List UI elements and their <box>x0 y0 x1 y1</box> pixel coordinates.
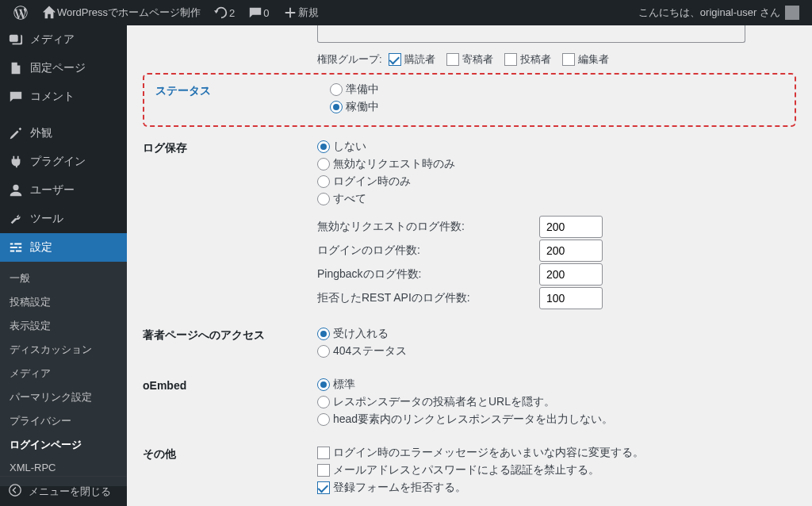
radio-icon <box>317 158 330 171</box>
roles-label: 権限グループ: <box>317 52 382 67</box>
submenu-login-page[interactable]: ログインページ <box>0 433 127 457</box>
oembed-nohead[interactable]: head要素内のリンクとレスポンスデータを出力しない。 <box>317 412 796 427</box>
input-invalid-count[interactable] <box>539 216 603 238</box>
admin-sidebar: メディア 固定ページ コメント 外観 プラグイン ユーザー ツール 設定 一般 … <box>0 25 127 506</box>
admin-bar-left: WordPressでホームページ制作 2 0 新規 <box>6 0 325 25</box>
sidebar-item-pages[interactable]: 固定ページ <box>0 54 127 82</box>
logsave-row: ログ保存 しない 無効なリクエスト時のみ ログイン時のみ すべて 無効なリクエス… <box>143 132 796 319</box>
wrench-icon <box>8 211 24 227</box>
wordpress-icon <box>13 5 29 21</box>
other-reject-register[interactable]: 登録フォームを拒否する。 <box>317 481 796 495</box>
oembed-label: oEmbed <box>143 378 317 392</box>
role-subscriber[interactable]: 購読者 <box>389 52 435 67</box>
oembed-standard[interactable]: 標準 <box>317 378 796 392</box>
role-author[interactable]: 投稿者 <box>504 52 551 67</box>
input-restapi-count[interactable] <box>539 287 603 309</box>
comment-icon <box>247 5 263 21</box>
logfield-restapi: 拒否したREST APIのログ件数: <box>317 287 796 309</box>
sidebar-label: 外観 <box>30 126 52 140</box>
author-404[interactable]: 404ステータス <box>317 344 796 358</box>
sidebar-item-users[interactable]: ユーザー <box>0 176 127 205</box>
site-home-link[interactable]: WordPressでホームページ制作 <box>35 0 207 25</box>
collapse-menu[interactable]: メニューを閉じる <box>0 476 127 506</box>
submenu-reading[interactable]: 表示設定 <box>0 314 127 338</box>
role-contributor[interactable]: 寄稿者 <box>446 52 493 67</box>
logsave-none[interactable]: しない <box>317 140 796 154</box>
status-highlight-box: ステータス 準備中 稼働中 <box>143 73 796 127</box>
radio-icon <box>317 328 330 340</box>
admin-bar-right: こんにちは、original-user さん <box>632 0 806 25</box>
new-label: 新規 <box>298 6 319 20</box>
checkbox-icon <box>504 53 517 66</box>
sidebar-item-settings[interactable]: 設定 <box>0 233 127 262</box>
sidebar-item-comments[interactable]: コメント <box>0 82 127 111</box>
sliders-icon <box>8 240 24 255</box>
page-icon <box>8 60 24 76</box>
site-title: WordPressでホームページ制作 <box>57 6 201 20</box>
status-running[interactable]: 稼働中 <box>330 100 783 114</box>
oembed-hide[interactable]: レスポンスデータの投稿者名とURLを隠す。 <box>317 395 796 409</box>
collapse-icon <box>8 483 22 500</box>
input-login-count[interactable] <box>539 240 603 262</box>
status-label: ステータス <box>155 82 330 117</box>
sidebar-separator <box>0 111 127 119</box>
sidebar-label: メディア <box>30 33 75 47</box>
submenu-general[interactable]: 一般 <box>0 266 127 290</box>
user-greeting[interactable]: こんにちは、original-user さん <box>632 0 806 25</box>
radio-icon <box>317 175 330 188</box>
sidebar-item-tools[interactable]: ツール <box>0 205 127 233</box>
logsave-all[interactable]: すべて <box>317 192 796 206</box>
cut-off-textarea[interactable] <box>317 25 745 43</box>
other-body: ログイン時のエラーメッセージをあいまいな内容に変更する。 メールアドレスとパスワ… <box>317 446 796 498</box>
submenu-permalink[interactable]: パーマリンク設定 <box>0 385 127 409</box>
checkbox-icon <box>317 447 330 459</box>
media-icon <box>8 32 24 48</box>
sidebar-label: ツール <box>30 212 63 226</box>
roles-row: 権限グループ: 購読者 寄稿者 投稿者 編集者 <box>317 43 796 67</box>
other-no-email-auth[interactable]: メールアドレスとパスワードによる認証を禁止する。 <box>317 463 796 477</box>
plugin-icon <box>8 154 24 170</box>
sidebar-item-appearance[interactable]: 外観 <box>0 119 127 148</box>
other-row: その他 ログイン時のエラーメッセージをあいまいな内容に変更する。 メールアドレス… <box>143 438 796 506</box>
logsave-login[interactable]: ログイン時のみ <box>317 174 796 189</box>
oembed-body: 標準 レスポンスデータの投稿者名とURLを隠す。 head要素内のリンクとレスポ… <box>317 378 796 430</box>
settings-submenu: 一般 投稿設定 表示設定 ディスカッション メディア パーマリンク設定 プライバ… <box>0 262 127 486</box>
author-body: 受け入れる 404ステータス <box>317 327 796 362</box>
radio-icon <box>330 83 343 96</box>
submenu-writing[interactable]: 投稿設定 <box>0 290 127 314</box>
submenu-discussion[interactable]: ディスカッション <box>0 338 127 362</box>
plus-icon <box>282 5 298 21</box>
submenu-media[interactable]: メディア <box>0 362 127 385</box>
logsave-label: ログ保存 <box>143 140 317 155</box>
logfield-invalid: 無効なリクエストのログ件数: <box>317 216 796 238</box>
radio-icon <box>317 345 330 358</box>
greeting-text: こんにちは、original-user さん <box>638 6 780 20</box>
submenu-xmlrpc[interactable]: XML-RPC <box>0 457 127 478</box>
radio-icon <box>317 413 330 426</box>
logfield-pingback: Pingbackのログ件数: <box>317 263 796 286</box>
sidebar-label: 設定 <box>30 240 52 255</box>
sidebar-label: プラグイン <box>30 155 86 169</box>
sidebar-label: ユーザー <box>30 183 75 197</box>
main-content: 権限グループ: 購読者 寄稿者 投稿者 編集者 ステータス 準備中 稼働中 ログ… <box>127 25 812 506</box>
comments-link[interactable]: 0 <box>241 0 275 25</box>
checkbox-icon <box>446 53 459 66</box>
submenu-privacy[interactable]: プライバシー <box>0 409 127 433</box>
other-vague-error[interactable]: ログイン時のエラーメッセージをあいまいな内容に変更する。 <box>317 446 796 460</box>
sidebar-item-plugins[interactable]: プラグイン <box>0 148 127 176</box>
role-editor[interactable]: 編集者 <box>562 52 609 67</box>
updates-link[interactable]: 2 <box>207 0 241 25</box>
radio-icon <box>317 378 330 391</box>
author-accept[interactable]: 受け入れる <box>317 327 796 341</box>
comment-icon <box>8 89 24 105</box>
author-label: 著者ページへのアクセス <box>143 327 317 343</box>
input-pingback-count[interactable] <box>539 263 603 286</box>
logsave-invalid[interactable]: 無効なリクエスト時のみ <box>317 157 796 171</box>
svg-point-0 <box>10 485 21 496</box>
radio-icon <box>330 101 343 113</box>
status-preparing[interactable]: 準備中 <box>330 82 783 97</box>
wp-logo[interactable] <box>6 0 35 25</box>
sidebar-label: コメント <box>30 90 75 104</box>
sidebar-item-media[interactable]: メディア <box>0 25 127 54</box>
new-content-link[interactable]: 新規 <box>276 0 325 25</box>
